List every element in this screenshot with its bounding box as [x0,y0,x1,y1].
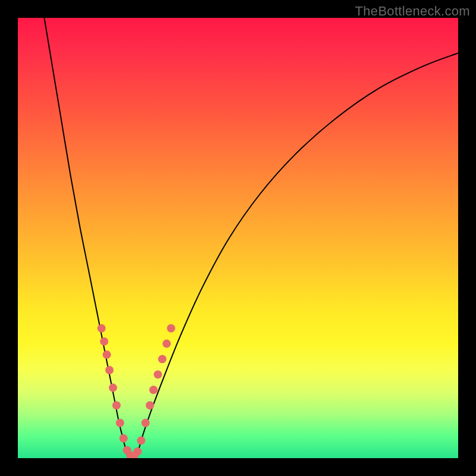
data-marker [142,419,150,427]
data-marker [158,355,167,364]
marker-group [98,324,176,458]
data-marker [133,447,142,456]
plot-area [18,18,458,458]
curve-layer [18,18,458,458]
right-branch-curve [137,53,458,458]
data-marker [162,340,171,348]
chart-frame: TheBottleneck.com [0,0,476,476]
data-marker [149,386,158,394]
data-marker [116,419,124,427]
data-marker [154,370,162,378]
watermark-text: TheBottleneck.com [355,4,470,19]
left-branch-curve [44,18,128,458]
data-marker [146,401,154,409]
data-marker [167,324,176,333]
data-marker [105,366,114,374]
data-marker [137,436,145,444]
data-marker [112,401,121,409]
data-marker [109,384,117,392]
data-marker [102,350,111,359]
data-marker [100,337,108,346]
data-marker [120,434,128,443]
data-marker [98,324,106,333]
